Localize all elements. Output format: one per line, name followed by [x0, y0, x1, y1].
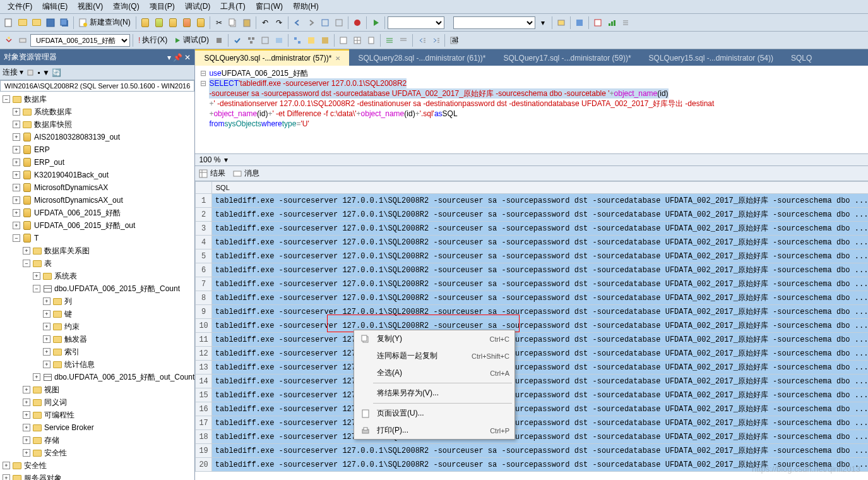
- clientstats-icon[interactable]: [319, 34, 331, 47]
- row-number[interactable]: 18: [196, 430, 211, 444]
- results-grid[interactable]: SQL 1tablediff.exe -sourceserver 127.0.0…: [195, 181, 868, 480]
- tree-node[interactable]: +约束: [0, 320, 194, 333]
- grid-cell[interactable]: tablediff.exe -sourceserver 127.0.0.1\SQ…: [211, 236, 868, 249]
- intellisense-icon[interactable]: [273, 34, 285, 47]
- row-number[interactable]: 13: [196, 361, 211, 375]
- database-combo[interactable]: UFDATA_006_2015_好酷: [30, 34, 130, 47]
- config-combo[interactable]: [388, 16, 444, 29]
- tree-node[interactable]: +UFDATA_006_2015_好酷: [0, 207, 194, 219]
- menu-edit[interactable]: 编辑(E): [37, 0, 73, 13]
- editor-tab[interactable]: SQLQuery17.sql -...dministrator (59))*: [495, 51, 640, 66]
- row-number[interactable]: 4: [196, 236, 211, 249]
- nav-fwd-icon[interactable]: [305, 16, 318, 29]
- grid-cell[interactable]: tablediff.exe -sourceserver 127.0.0.1\SQ…: [211, 416, 868, 430]
- tree-node[interactable]: +统计信息: [0, 358, 194, 371]
- results-tab[interactable]: 结果: [199, 168, 225, 179]
- grid-cell[interactable]: tablediff.exe -sourceserver 127.0.0.1\SQ…: [211, 194, 868, 208]
- tree-node[interactable]: −表: [0, 257, 194, 270]
- actplan-icon[interactable]: [291, 34, 304, 47]
- db-icon-4[interactable]: [181, 16, 193, 29]
- redo-icon[interactable]: ↷: [273, 16, 285, 29]
- context-menu-item[interactable]: 复制(Y)Ctrl+C: [354, 330, 514, 347]
- row-number[interactable]: 14: [196, 375, 211, 388]
- grid-cell[interactable]: tablediff.exe -sourceserver 127.0.0.1\SQ…: [211, 291, 868, 305]
- open-icon[interactable]: [16, 16, 29, 29]
- grid-cell[interactable]: tablediff.exe -sourceserver 127.0.0.1\SQ…: [211, 375, 868, 388]
- row-number[interactable]: 16: [196, 402, 211, 416]
- tree-node[interactable]: +Service Broker: [0, 421, 194, 434]
- comment-icon[interactable]: [383, 34, 396, 47]
- new-project-icon[interactable]: [3, 16, 15, 29]
- row-number[interactable]: 12: [196, 347, 211, 361]
- chart-icon[interactable]: [605, 16, 618, 29]
- menu-window[interactable]: 窗口(W): [251, 0, 288, 13]
- col-header[interactable]: SQL: [211, 182, 868, 194]
- cut-icon[interactable]: ✂: [213, 16, 225, 29]
- tree-node[interactable]: +安全性: [0, 447, 194, 459]
- db-selector-icon[interactable]: [3, 34, 15, 47]
- context-menu-item[interactable]: 连同标题一起复制Ctrl+Shift+C: [354, 347, 514, 364]
- panel-controls[interactable]: ▾ 📌 ✕: [167, 53, 191, 62]
- tree-node[interactable]: −T: [0, 232, 194, 244]
- context-menu-item[interactable]: 将结果另存为(V)...: [354, 385, 514, 402]
- execute-button[interactable]: !执行(X): [136, 33, 170, 47]
- db-icon-2[interactable]: [153, 16, 165, 29]
- stats-icon[interactable]: [305, 34, 318, 47]
- tree-node[interactable]: +系统数据库: [0, 105, 194, 118]
- new-query-button[interactable]: 新建查询(N): [76, 16, 133, 30]
- find-icon[interactable]: [555, 16, 568, 29]
- connect-button[interactable]: 连接 ▾: [3, 67, 23, 78]
- tree-node[interactable]: +安全性: [0, 459, 194, 472]
- results-text-icon[interactable]: [337, 34, 350, 47]
- menu-project[interactable]: 项目(P): [145, 0, 180, 13]
- row-number[interactable]: 19: [196, 444, 211, 458]
- grid-cell[interactable]: tablediff.exe -sourceserver 127.0.0.1\SQ…: [211, 249, 868, 263]
- open2-icon[interactable]: [30, 16, 43, 29]
- editor-tab[interactable]: SQLQuery15.sql -...dministrator (54)): [640, 51, 782, 66]
- tree-node[interactable]: +索引: [0, 345, 194, 358]
- row-number[interactable]: 8: [196, 291, 211, 305]
- db-icon-1[interactable]: [139, 16, 152, 29]
- grid-cell[interactable]: tablediff.exe -sourceserver 127.0.0.1\SQ…: [211, 305, 868, 319]
- tree-node[interactable]: +MicrosoftDynamicsAX: [0, 181, 194, 194]
- row-number[interactable]: 11: [196, 333, 211, 347]
- tree-node[interactable]: +UFDATA_006_2015_好酷_out: [0, 219, 194, 232]
- zoom-level[interactable]: 100 %: [199, 155, 220, 164]
- context-menu-item[interactable]: 全选(A)Ctrl+A: [354, 364, 514, 381]
- tree-node[interactable]: +视图: [0, 383, 194, 396]
- grid-cell[interactable]: tablediff.exe -sourceserver 127.0.0.1\SQ…: [211, 222, 868, 236]
- db-icon-5[interactable]: [194, 16, 207, 29]
- parse-icon[interactable]: [231, 34, 244, 47]
- copy-icon[interactable]: [227, 16, 239, 29]
- play-icon[interactable]: [369, 16, 382, 29]
- menu-help[interactable]: 帮助(H): [288, 0, 324, 13]
- tree-node[interactable]: +触发器: [0, 333, 194, 345]
- row-number[interactable]: 9: [196, 305, 211, 319]
- context-menu-item[interactable]: 打印(P)...Ctrl+P: [354, 422, 514, 439]
- indent-dec-icon[interactable]: [415, 34, 428, 47]
- editor-tab[interactable]: SQLQ: [782, 51, 821, 66]
- row-number[interactable]: 2: [196, 208, 211, 222]
- activity-icon[interactable]: [573, 16, 586, 29]
- db-icon-3[interactable]: [167, 16, 179, 29]
- saveall-icon[interactable]: [58, 16, 71, 29]
- menu-query[interactable]: 查询(Q): [108, 0, 144, 13]
- tree-node[interactable]: +存储: [0, 434, 194, 447]
- list-icon[interactable]: [619, 16, 632, 29]
- row-number[interactable]: 10: [196, 319, 211, 333]
- row-number[interactable]: 15: [196, 388, 211, 402]
- row-number[interactable]: 3: [196, 222, 211, 236]
- editor-tab[interactable]: SQLQuery28.sql -...dministrator (61))*: [349, 51, 494, 66]
- grid-cell[interactable]: tablediff.exe -sourceserver 127.0.0.1\SQ…: [211, 444, 868, 458]
- tree-node[interactable]: +可编程性: [0, 409, 194, 421]
- tree-node[interactable]: +数据库关系图: [0, 244, 194, 257]
- tree-node[interactable]: +K320190401Back_out: [0, 169, 194, 181]
- tree-node[interactable]: +dbo.UFDATA_006_2015_好酷_out_Count: [0, 371, 194, 383]
- grid-cell[interactable]: tablediff.exe -sourceserver 127.0.0.1\SQ…: [211, 347, 868, 361]
- disconnect-icon[interactable]: [26, 68, 35, 77]
- results-grid-icon[interactable]: [351, 34, 364, 47]
- tree-node[interactable]: +ERP: [0, 143, 194, 156]
- server-node[interactable]: WIN2016A\SQL2008R2 (SQL Server 10.50.160…: [0, 80, 194, 92]
- specify-icon[interactable]: ab: [448, 34, 460, 47]
- close-icon[interactable]: ✕: [335, 55, 340, 62]
